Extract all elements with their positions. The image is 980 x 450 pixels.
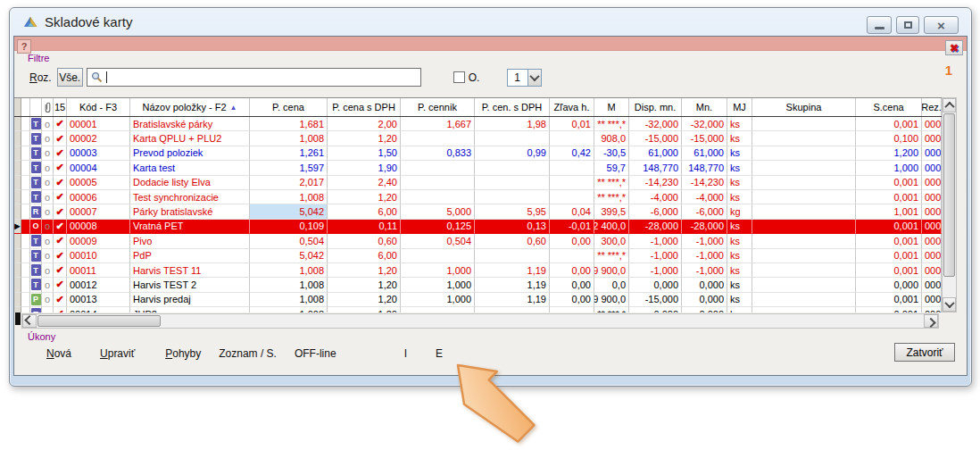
checkmark-cell[interactable]: ✔ [54, 234, 67, 248]
table-row[interactable]: Po✔00013Harvis predaj1,0081,201,0001,190… [14, 293, 942, 307]
cell-s-cena[interactable]: 0,001 [856, 117, 922, 131]
cell-disp-mn[interactable]: 148,770 [629, 161, 682, 175]
cell-p-cen-s-dph[interactable]: 1,98 [475, 117, 550, 131]
horizontal-scrollbar[interactable] [21, 313, 939, 329]
cell-kod[interactable]: 00010 [67, 249, 130, 263]
cell-p-cen-s-dph[interactable]: 0,99 [475, 146, 550, 161]
cell-p-cen-s-dph[interactable]: 1,19 [475, 263, 550, 278]
header-blank[interactable] [30, 98, 42, 116]
table-row[interactable]: To✔00009Pivo0,5040,600,5040,600,00300,0-… [14, 234, 942, 248]
minimize-button[interactable] [867, 16, 892, 34]
cell-zlava-h[interactable]: 0,00 [550, 278, 594, 292]
cell-rez[interactable]: 000 [922, 146, 942, 161]
cell-rez[interactable]: 000 [922, 249, 942, 263]
cell-p-cen-s-dph[interactable]: 1,19 [475, 278, 550, 292]
cell-p-cen-s-dph[interactable] [475, 307, 550, 312]
cell-p-cena-s-dph[interactable]: 6,00 [328, 204, 401, 219]
row-type-badge[interactable]: T [30, 278, 42, 292]
attachment-dot-cell[interactable]: o [42, 161, 54, 175]
upravit-button[interactable]: Upraviť [97, 346, 137, 362]
table-row[interactable]: To✔00005Dodacie listy Elva2,0172,40** **… [14, 176, 942, 190]
attachment-dot-cell[interactable]: o [42, 249, 54, 263]
cell-s-cena[interactable]: 0,001 [856, 176, 922, 190]
cell-kod[interactable]: 00002 [67, 131, 130, 146]
cell-kod[interactable]: 00004 [67, 161, 130, 175]
cell-skupina[interactable] [752, 293, 856, 307]
cell-m[interactable]: ** ***,* [594, 176, 629, 190]
cell-nazov[interactable]: Karta QPLU + PLU2 [130, 131, 250, 146]
row-spacer-cell[interactable] [21, 249, 30, 263]
cell-nazov[interactable]: Harvis predaj [130, 293, 250, 307]
attachment-dot-cell[interactable]: o [42, 146, 54, 161]
cell-skupina[interactable] [752, 190, 856, 204]
table-row[interactable]: ►Oo✔00008Vratná PET0,1090,110,1250,13-0,… [14, 220, 942, 234]
cell-rez[interactable]: 000 [922, 117, 942, 131]
cell-disp-mn[interactable]: -6,000 [629, 204, 682, 219]
nova-button[interactable]: Nová [44, 346, 74, 362]
table-row[interactable]: To✔00001Bratislavské párky1,6812,001,667… [14, 117, 942, 131]
table-row[interactable]: To✔00011Harvis TEST 111,0081,201,0001,19… [14, 263, 942, 278]
cell-zlava-h[interactable]: 0,00 [550, 263, 594, 278]
cell-p-cena[interactable]: 1,597 [250, 161, 328, 175]
cell-p-cennik[interactable] [401, 307, 475, 312]
select-dropdown-button[interactable] [527, 70, 541, 86]
scroll-down-button[interactable] [943, 297, 956, 312]
cell-zlava-h[interactable]: 0,00 [550, 234, 594, 248]
cell-m[interactable]: 59,7 [594, 161, 629, 175]
cell-m[interactable]: 0,0 [594, 278, 629, 292]
cell-m[interactable]: 9 900,0 [594, 263, 629, 278]
row-selector-gutter[interactable] [14, 146, 21, 161]
count-select[interactable]: 1 [507, 69, 542, 87]
cell-p-cennik[interactable]: 1,000 [401, 293, 475, 307]
attachment-dot-cell[interactable]: o [42, 131, 54, 146]
cell-mn[interactable]: -4,000 [682, 190, 727, 204]
row-type-badge[interactable]: T [30, 190, 42, 204]
row-type-badge[interactable]: T [30, 161, 42, 175]
attachment-dot-cell[interactable]: o [42, 278, 54, 292]
cell-s-cena[interactable]: 1,001 [856, 204, 922, 219]
row-spacer-cell[interactable] [21, 131, 30, 146]
cell-nazov[interactable]: Harvis TEST 2 [130, 278, 250, 292]
header-Skupina[interactable]: Skupina [752, 98, 856, 116]
row-spacer-cell[interactable] [21, 278, 30, 292]
row-selector-gutter[interactable] [14, 131, 21, 146]
cell-rez[interactable]: 000 [922, 234, 942, 248]
cell-p-cennik[interactable] [401, 176, 475, 190]
cell-skupina[interactable] [752, 204, 856, 219]
cell-p-cennik[interactable]: 0,833 [401, 146, 475, 161]
cell-kod[interactable]: 00011 [67, 263, 130, 278]
checkmark-cell[interactable]: ✔ [54, 117, 67, 131]
cell-p-cena-s-dph[interactable]: 1,20 [328, 307, 401, 312]
table-row[interactable]: To✔00010PdP5,0426,00** ***,*-1,000-1,000… [14, 249, 942, 263]
table-row[interactable]: Ro✔00007Párky bratislavské5,0426,005,000… [14, 204, 942, 219]
cell-skupina[interactable] [752, 146, 856, 161]
cell-m[interactable]: ** ***,* [594, 117, 629, 131]
cell-mn[interactable]: 148,770 [682, 161, 727, 175]
row-selector-gutter[interactable] [14, 161, 21, 175]
scroll-left-button[interactable] [22, 314, 37, 328]
cell-rez[interactable]: 000 [922, 263, 942, 278]
cell-p-cena[interactable]: 1,008 [250, 263, 328, 278]
row-spacer-cell[interactable] [21, 146, 30, 161]
checkmark-cell[interactable]: ✔ [54, 293, 67, 307]
row-type-badge[interactable]: T [30, 176, 42, 190]
cell-p-cena[interactable]: 0,109 [250, 220, 328, 234]
cell-zlava-h[interactable] [550, 176, 594, 190]
cell-p-cena-s-dph[interactable]: 1,20 [328, 293, 401, 307]
checkmark-cell[interactable]: ✔ [54, 176, 67, 190]
header-Rez.[interactable]: Rez. [922, 98, 942, 116]
cell-kod[interactable]: 00003 [67, 146, 130, 161]
cell-mj[interactable]: ks [727, 117, 752, 131]
zatvorit-button[interactable]: Zatvoriť [894, 343, 955, 362]
cell-s-cena[interactable]: 0,001 [856, 293, 922, 307]
header-P. cennik[interactable]: P. cennik [401, 98, 475, 116]
header-Disp. mn.[interactable]: Disp. mn. [629, 98, 682, 116]
cell-p-cena-s-dph[interactable]: 0,60 [328, 234, 401, 248]
table-row[interactable]: To✔00006Test synchronizacie1,0081,20** *… [14, 190, 942, 204]
cell-skupina[interactable] [752, 220, 856, 234]
cell-zlava-h[interactable] [550, 307, 594, 312]
cell-p-cennik[interactable] [401, 161, 475, 175]
checkmark-cell[interactable]: ✔ [54, 190, 67, 204]
cell-kod[interactable]: 00001 [67, 117, 130, 131]
cell-p-cena[interactable]: 1,008 [250, 278, 328, 292]
